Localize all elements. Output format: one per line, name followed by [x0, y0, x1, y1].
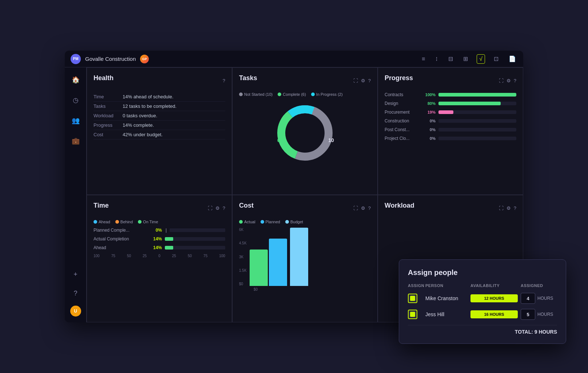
- person-checkbox-jess[interactable]: [408, 310, 417, 319]
- health-row-time: Time 14% ahead of schedule.: [94, 92, 225, 102]
- progress-expand-icon[interactable]: ⛶: [499, 78, 504, 83]
- cost-expand-icon[interactable]: ⛶: [353, 205, 358, 211]
- time-row-actual: Actual Completion 14%: [94, 236, 225, 242]
- time-pct-actual: 14%: [147, 236, 162, 242]
- time-legend-ontime: On Time: [138, 220, 158, 224]
- cost-bar-planned-1: [269, 239, 287, 286]
- time-settings-icon[interactable]: ⚙: [215, 205, 220, 211]
- progress-pct-construction: 0%: [424, 119, 436, 123]
- progress-rows: Contracts 100% Design 80%: [385, 92, 516, 141]
- progress-row-design: Design 80%: [385, 101, 516, 106]
- assigned-input-mike[interactable]: [521, 293, 535, 304]
- time-row-ahead: Ahead 14%: [94, 245, 225, 250]
- time-bar-fill-actual: [165, 237, 173, 241]
- progress-bar-bg-projectclose: [438, 137, 516, 140]
- assign-person-row-jess: Jess Hill 16 HOURS HOURS: [408, 309, 557, 320]
- cost-legend-planned: Planned: [261, 220, 280, 224]
- progress-widget: Progress ⛶ ⚙ ? Contracts 100%: [378, 67, 523, 195]
- time-legend: Ahead Behind On Time: [94, 220, 225, 224]
- health-label-progress: Progress: [94, 122, 123, 128]
- cost-controls: ⛶ ⚙ ?: [353, 205, 371, 211]
- time-widget: Time ⛶ ⚙ ? Ahead: [87, 195, 232, 322]
- tasks-expand-icon[interactable]: ⛶: [353, 78, 358, 83]
- nav-list-icon[interactable]: ≡: [420, 54, 426, 64]
- progress-settings-icon[interactable]: ⚙: [506, 78, 511, 83]
- health-value-time: 14% ahead of schedule.: [123, 94, 174, 99]
- workload-settings-icon[interactable]: ⚙: [506, 205, 511, 211]
- cost-settings-icon[interactable]: ⚙: [361, 205, 365, 211]
- sidebar-item-home[interactable]: 🏠: [69, 73, 82, 86]
- cost-legend: Actual Planned Budget: [239, 220, 371, 224]
- nav-calendar-icon[interactable]: ⊡: [492, 54, 500, 64]
- time-label-ahead: Ahead: [94, 245, 144, 250]
- progress-pct-design: 80%: [424, 101, 436, 106]
- cost-help-icon[interactable]: ?: [368, 205, 371, 211]
- time-bar-fill-ahead: [165, 246, 173, 250]
- col-header-availability: AVAILABILITY: [470, 283, 518, 288]
- health-row-workload: Workload 0 tasks overdue.: [94, 111, 225, 121]
- progress-bar-bg-contracts: [438, 93, 516, 97]
- health-table: Time 14% ahead of schedule. Tasks 12 tas…: [94, 92, 225, 140]
- progress-row-construction: Construction 0%: [385, 118, 516, 123]
- progress-label-procurement: Procurement: [385, 110, 421, 115]
- cost-widget-header: Cost ⛶ ⚙ ?: [239, 202, 371, 215]
- svg-text:2: 2: [303, 106, 306, 112]
- sidebar-item-time[interactable]: ◷: [69, 94, 82, 107]
- sidebar-item-work[interactable]: 💼: [69, 134, 82, 148]
- col-header-person: PERSON: [425, 283, 468, 288]
- progress-bar-fill-procurement: [438, 110, 453, 114]
- time-help-icon[interactable]: ?: [223, 205, 225, 211]
- person-checkbox-mike[interactable]: [408, 294, 417, 303]
- legend-not-started: Not Started (10): [239, 92, 273, 97]
- progress-bar-bg-design: [438, 102, 516, 105]
- nav-table-icon[interactable]: ⊞: [462, 54, 469, 64]
- workload-help-icon[interactable]: ?: [514, 205, 516, 211]
- tasks-settings-icon[interactable]: ⚙: [361, 78, 365, 83]
- nav-doc-icon[interactable]: 📄: [507, 54, 517, 64]
- tasks-donut-chart: 2 6 10: [272, 100, 338, 166]
- cost-legend-actual: Actual: [239, 220, 255, 224]
- health-row-tasks: Tasks 12 tasks to be completed.: [94, 102, 225, 111]
- project-title: Govalle Construction: [85, 56, 136, 62]
- progress-label-construction: Construction: [385, 118, 421, 123]
- sidebar-user-avatar[interactable]: U: [70, 306, 81, 317]
- sidebar-item-people[interactable]: 👥: [69, 114, 82, 127]
- cost-legend-budget: Budget: [285, 220, 303, 224]
- time-bar-bg-actual: [165, 237, 225, 241]
- time-row-planned: Planned Comple... 0% |: [94, 228, 225, 233]
- sidebar-add-button[interactable]: +: [69, 268, 82, 281]
- progress-bar-bg-procurement: [438, 110, 516, 114]
- health-help-icon[interactable]: ?: [223, 78, 225, 83]
- nav-chart-icon[interactable]: √: [477, 54, 485, 64]
- health-controls: ?: [223, 78, 225, 83]
- time-axis-labels: 100 75 50 25 0 25 50 75 100: [94, 254, 225, 258]
- time-pct-ahead: 14%: [147, 245, 162, 250]
- progress-row-procurement: Procurement 19%: [385, 110, 516, 115]
- time-expand-icon[interactable]: ⛶: [208, 205, 212, 211]
- workload-expand-icon[interactable]: ⛶: [499, 205, 504, 211]
- assigned-input-jess[interactable]: [521, 309, 535, 320]
- progress-pct-projectclose: 0%: [424, 136, 436, 141]
- time-legend-behind: Behind: [115, 220, 133, 224]
- time-controls: ⛶ ⚙ ?: [208, 205, 225, 211]
- tasks-help-icon[interactable]: ?: [368, 78, 371, 83]
- health-label-workload: Workload: [94, 113, 123, 118]
- workload-title: Workload: [385, 202, 414, 209]
- nav-filter-icon[interactable]: ⫶: [434, 54, 440, 64]
- sidebar-help-button[interactable]: ?: [69, 287, 82, 300]
- progress-help-icon[interactable]: ?: [514, 78, 516, 83]
- tasks-title: Tasks: [239, 74, 257, 82]
- health-label-tasks: Tasks: [94, 103, 123, 109]
- top-bar: PM Govalle Construction GP ≡ ⫶ ⊟ ⊞ √ ⊡ 📄: [65, 51, 523, 67]
- user-avatar-gp: GP: [140, 55, 149, 63]
- nav-align-icon[interactable]: ⊟: [447, 54, 454, 64]
- progress-row-postconstruction: Post Const... 0%: [385, 127, 516, 132]
- cost-y-labels: 6K 4.5K 3K 1.5K $0: [239, 228, 247, 286]
- cost-bar-budget-2: [290, 228, 308, 286]
- health-widget: Health ? Time 14% ahead of schedule. Tas…: [87, 67, 232, 195]
- progress-row-projectclose: Project Clo... 0%: [385, 136, 516, 141]
- health-row-progress: Progress 14% complete.: [94, 121, 225, 130]
- progress-label-contracts: Contracts: [385, 92, 421, 97]
- health-value-tasks: 12 tasks to be completed.: [123, 103, 176, 109]
- time-label-planned: Planned Comple...: [94, 228, 144, 233]
